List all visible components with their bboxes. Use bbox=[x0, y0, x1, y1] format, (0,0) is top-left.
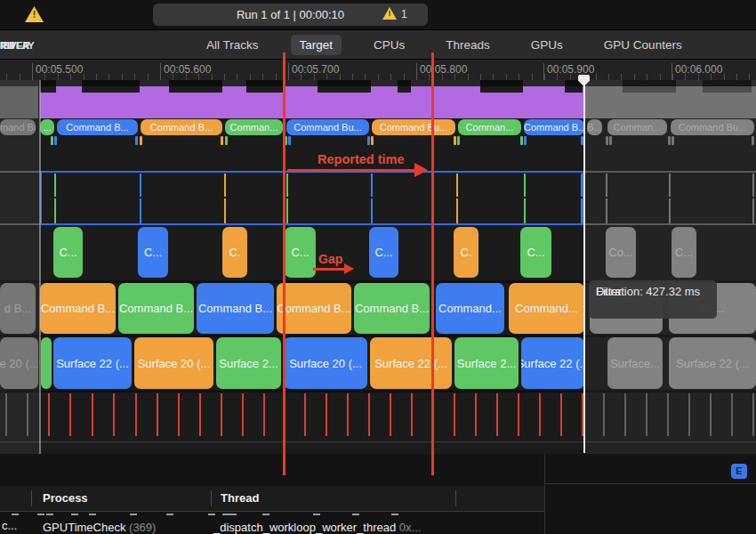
command-buffer-block[interactable]: Command B... bbox=[118, 283, 194, 334]
table-row[interactable]: c... GPUTimeCheck (369) _dispatch_worklo… bbox=[0, 517, 756, 534]
surface-block[interactable]: Surface 2... bbox=[454, 337, 519, 389]
signal-tick bbox=[221, 136, 223, 145]
signal-tick bbox=[288, 136, 291, 145]
tab-all-tracks[interactable]: All Tracks bbox=[197, 35, 268, 55]
column-header-thread[interactable]: Thread bbox=[221, 491, 259, 505]
signal-tick bbox=[457, 136, 460, 145]
tab-gpu-counters[interactable]: GPU Counters bbox=[595, 35, 691, 55]
signal-tick bbox=[520, 136, 523, 145]
signal-tick bbox=[225, 136, 228, 145]
vsync-tick bbox=[199, 393, 201, 436]
clipped-row-mark bbox=[208, 514, 215, 515]
command-buffer-pill[interactable]: Comman... bbox=[225, 119, 283, 135]
ruler-major-tick bbox=[543, 63, 544, 81]
vsync-tick bbox=[92, 393, 93, 436]
surface-block[interactable]: Surface 2... bbox=[216, 337, 281, 389]
warning-badge[interactable]: ! 1 bbox=[382, 7, 425, 22]
selected-track-bottom-border bbox=[40, 223, 584, 225]
annotation-line-end bbox=[431, 53, 434, 475]
surface-block[interactable]: Surface 22 (... bbox=[370, 337, 452, 389]
filter-tooltip: Filter Duration: 427.32 ms bbox=[589, 280, 717, 319]
interval-spike bbox=[286, 174, 288, 197]
ruler-major-tick bbox=[32, 63, 33, 81]
command-buffer-pill[interactable]: Comman... bbox=[458, 119, 521, 135]
ruler-time-label: 00:06.000 bbox=[675, 63, 722, 76]
interval-spike bbox=[456, 174, 458, 197]
command-buffer-block[interactable]: Command B... bbox=[40, 283, 116, 334]
surface-block[interactable] bbox=[41, 337, 52, 389]
shader-gap-bar bbox=[246, 80, 283, 86]
compute-block[interactable]: C... bbox=[53, 227, 83, 278]
interval-spike bbox=[54, 198, 56, 223]
vertex-band-notch bbox=[246, 86, 283, 93]
command-buffer-pill[interactable]: Command Bu... bbox=[286, 119, 369, 135]
extended-detail-badge[interactable]: E bbox=[731, 464, 747, 479]
clipped-row-mark bbox=[71, 514, 78, 515]
shader-gap-bar bbox=[169, 80, 222, 86]
clipped-row-mark bbox=[352, 514, 359, 515]
vertex-band-notch bbox=[318, 86, 371, 93]
vsync-tick bbox=[263, 393, 265, 436]
interval-spike bbox=[140, 198, 141, 223]
playhead-line[interactable] bbox=[583, 76, 585, 453]
vsync-tick bbox=[157, 393, 158, 436]
vsync-tick bbox=[518, 393, 519, 436]
run-status-pill[interactable]: Run 1 of 1 | 00:00:10 ! 1 bbox=[153, 4, 428, 26]
command-buffer-block[interactable]: Command... bbox=[509, 283, 584, 334]
command-buffer-pill[interactable]: Command B... bbox=[57, 119, 138, 135]
command-buffer-block[interactable]: Command B... bbox=[354, 283, 430, 334]
shader-gap-bar bbox=[82, 80, 140, 86]
tab-cpus[interactable]: CPUs bbox=[365, 35, 414, 55]
signal-tick bbox=[524, 136, 527, 145]
ruler-time-label: 00:05.900 bbox=[547, 63, 594, 76]
filter-dim-left bbox=[0, 80, 40, 454]
cell-address: 0x... bbox=[399, 521, 422, 534]
timeline-ruler[interactable]: 00:05.50000:05.60000:05.70000:05.80000:0… bbox=[0, 59, 756, 80]
gap-arrow bbox=[313, 268, 346, 271]
interval-spike bbox=[524, 198, 526, 223]
compute-block[interactable]: C... bbox=[285, 227, 316, 278]
interval-spike bbox=[286, 198, 288, 223]
cell-process: GPUTimeCheck (369) bbox=[43, 519, 156, 532]
surface-block[interactable]: Surface 22 (... bbox=[521, 337, 584, 389]
compute-block[interactable]: C... bbox=[138, 227, 168, 278]
command-buffer-pill[interactable]: Command Bu... bbox=[372, 119, 455, 135]
vsync-tick bbox=[48, 393, 50, 436]
signal-tick bbox=[51, 136, 53, 145]
command-buffer-pill[interactable]: ... bbox=[40, 119, 54, 135]
table-header: Process Thread bbox=[0, 486, 544, 511]
compute-block[interactable]: C. bbox=[454, 227, 479, 278]
shader-gap-bar bbox=[318, 80, 371, 86]
column-header-process[interactable]: Process bbox=[43, 491, 88, 505]
toolbar: DRIVER▾ * DISPLAY▾ * GPU All TracksTarge… bbox=[0, 29, 756, 59]
vsync-tick bbox=[304, 393, 306, 436]
command-buffer-block[interactable]: Command B... bbox=[277, 283, 351, 334]
shader-gap-bar bbox=[38, 80, 56, 86]
tab-gpus[interactable]: GPUs bbox=[522, 35, 572, 55]
compute-block[interactable]: C... bbox=[520, 227, 551, 278]
command-buffer-pill[interactable]: Command B... bbox=[524, 119, 584, 135]
command-buffer-block[interactable]: Command... bbox=[436, 283, 504, 334]
tab-target[interactable]: Target bbox=[291, 35, 342, 55]
ruler-time-label: 00:05.800 bbox=[420, 63, 467, 76]
surface-block[interactable]: Surface 22 (... bbox=[53, 337, 132, 389]
command-buffer-block[interactable]: Command B... bbox=[197, 283, 274, 334]
interval-spike bbox=[371, 174, 373, 197]
tab-threads[interactable]: Threads bbox=[437, 35, 499, 55]
gap-arrowhead bbox=[344, 263, 354, 274]
surface-block[interactable]: Surface 20 (... bbox=[134, 337, 213, 389]
vsync-tick bbox=[326, 393, 327, 436]
vsync-tick bbox=[539, 393, 541, 436]
top-bar: ! Run 1 of 1 | 00:00:10 ! 1 bbox=[0, 0, 756, 29]
surface-block[interactable]: Surface 20 (... bbox=[284, 337, 367, 389]
signal-tick bbox=[135, 136, 138, 145]
compute-block[interactable]: C. bbox=[222, 227, 247, 278]
vsync-tick bbox=[390, 393, 391, 436]
vsync-tick bbox=[347, 393, 349, 436]
warning-icon[interactable]: ! bbox=[25, 6, 44, 22]
clipped-row-mark bbox=[12, 514, 19, 515]
command-buffer-pill[interactable]: Command B... bbox=[141, 119, 222, 135]
clipped-row-mark bbox=[130, 514, 137, 515]
compute-block[interactable]: C... bbox=[369, 227, 398, 278]
interval-spike bbox=[140, 174, 141, 197]
